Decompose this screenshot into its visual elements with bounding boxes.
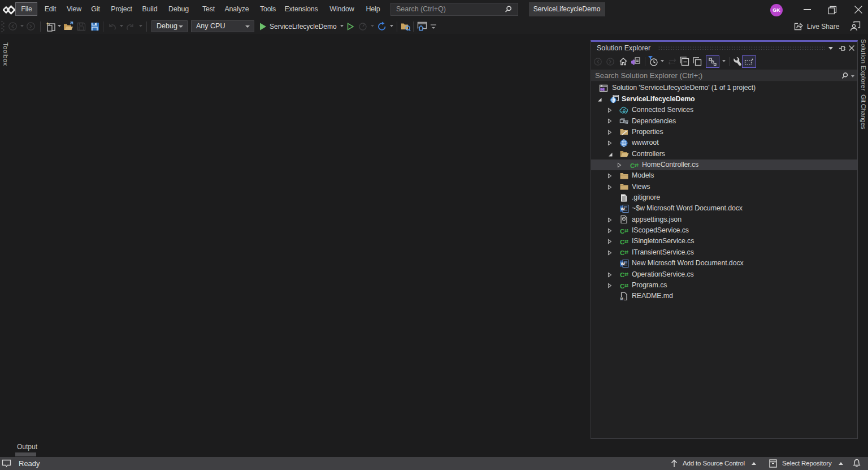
svg-text:C: C — [620, 271, 624, 278]
svg-text:C: C — [620, 282, 624, 289]
svg-text:C: C — [630, 162, 635, 169]
svg-text:W: W — [620, 261, 625, 266]
svg-text:C: C — [620, 227, 624, 234]
svg-text:C: C — [620, 249, 624, 256]
svg-text:M↓: M↓ — [620, 297, 626, 301]
svg-text:C: C — [620, 239, 624, 245]
svg-text:W: W — [620, 206, 625, 212]
